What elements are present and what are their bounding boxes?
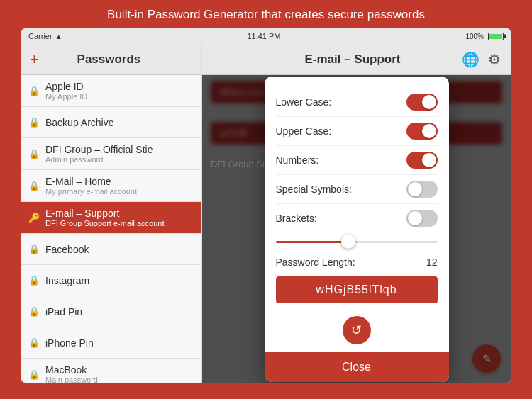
gear-icon[interactable]: ⚙: [488, 51, 501, 68]
lock-icon: 🔒: [28, 179, 40, 192]
toggle-knob-upper-case: [422, 124, 436, 138]
refresh-button[interactable]: ↺: [343, 316, 371, 344]
toggle-label-numbers: Numbers:: [276, 154, 319, 166]
item-subtitle: Admin password: [45, 155, 194, 164]
toggle-label-upper-case: Upper Case:: [276, 125, 332, 137]
toggle-knob-lower-case: [422, 95, 436, 109]
device-frame: Carrier ▲ 11:41 PM 100% + Passwords 🔒App…: [21, 28, 511, 383]
battery-percent: 100%: [465, 33, 484, 40]
toggle-row-numbers: Numbers:: [276, 146, 438, 175]
detail-body: dfidev.com sdYdfl DFI Group Support e-ma…: [202, 75, 511, 383]
carrier-label: Carrier: [28, 32, 52, 40]
banner-text: Built-in Password Generator that creates…: [107, 8, 425, 21]
modal-overlay: Lower Case:Upper Case:Numbers:Special Sy…: [202, 75, 511, 383]
toggle-row-upper-case: Upper Case:: [276, 117, 438, 146]
toggle-numbers[interactable]: [406, 152, 438, 169]
password-length-label: Password Length:: [276, 257, 355, 268]
lock-icon: 🔒: [28, 274, 40, 287]
slider-container: [276, 232, 438, 249]
lock-icon: 🔒: [28, 147, 40, 160]
item-title: iPad Pin: [45, 306, 194, 317]
globe-icon[interactable]: 🌐: [462, 51, 480, 68]
toggle-lower-case[interactable]: [406, 94, 438, 111]
status-left: Carrier ▲: [28, 32, 62, 40]
toggle-row-lower-case: Lower Case:: [276, 88, 438, 117]
sidebar-item-dfi-group[interactable]: 🔒DFI Group – Official StieAdmin password: [21, 138, 201, 170]
toggle-brackets[interactable]: [406, 210, 438, 227]
password-generator-modal: Lower Case:Upper Case:Numbers:Special Sy…: [265, 77, 449, 382]
toggle-label-brackets: Brackets:: [276, 213, 317, 224]
lock-icon: 🔒: [28, 116, 40, 129]
sidebar-item-backup-archive[interactable]: 🔒Backup Archive: [21, 107, 201, 138]
slider-track[interactable]: [276, 241, 438, 243]
lock-icon: 🔒: [28, 368, 40, 381]
sidebar-header: + Passwords: [21, 44, 201, 75]
wifi-icon: ▲: [55, 33, 62, 40]
item-title: Backup Archive: [45, 117, 194, 128]
status-bar: Carrier ▲ 11:41 PM 100%: [21, 28, 511, 44]
toggle-row-brackets: Brackets:: [276, 204, 438, 232]
toggle-knob-brackets: [408, 211, 422, 225]
add-button[interactable]: +: [30, 50, 39, 69]
toggle-label-lower-case: Lower Case:: [276, 96, 332, 108]
password-length-row: Password Length: 12: [276, 249, 438, 271]
toggle-knob-numbers: [422, 153, 436, 167]
modal-body: Lower Case:Upper Case:Numbers:Special Sy…: [265, 77, 449, 309]
lock-icon: 🔒: [28, 84, 40, 97]
lock-icon: 🔒: [28, 337, 40, 349]
detail-title: E-mail – Support: [304, 52, 400, 67]
main-content: + Passwords 🔒Apple IDMy Apple ID🔒Backup …: [21, 44, 511, 383]
toggle-upper-case[interactable]: [406, 123, 438, 140]
detail-header: E-mail – Support 🌐 ⚙: [202, 44, 511, 75]
status-right: 100%: [465, 33, 504, 40]
item-subtitle: My Apple ID: [45, 92, 194, 101]
sidebar-title: Passwords: [77, 52, 141, 67]
status-time: 11:41 PM: [247, 32, 280, 40]
sidebar-item-email-home[interactable]: 🔒E-Mail – HomeMy primary e-mail account: [21, 170, 201, 202]
sidebar: + Passwords 🔒Apple IDMy Apple ID🔒Backup …: [21, 44, 202, 383]
lock-icon: 🔒: [28, 243, 40, 256]
item-subtitle: DFI Group Support e-mail account: [45, 219, 194, 227]
modal-toggles: Lower Case:Upper Case:Numbers:Special Sy…: [276, 88, 438, 232]
battery-fill: [489, 34, 502, 39]
item-title: Instagram: [45, 275, 194, 286]
sidebar-list: 🔒Apple IDMy Apple ID🔒Backup Archive🔒DFI …: [21, 75, 201, 383]
sidebar-item-facebook[interactable]: 🔒Facebook: [21, 234, 201, 265]
item-title: E-mail – Support: [45, 208, 194, 219]
sidebar-item-iphone-pin[interactable]: 🔒iPhone Pin: [21, 327, 201, 359]
item-title: Apple ID: [45, 81, 194, 92]
generated-password-display: wHGjB55lTlqb: [276, 276, 438, 303]
sidebar-item-email-support[interactable]: 🔑E-mail – SupportDFI Group Support e-mai…: [21, 202, 201, 234]
sidebar-item-macbook[interactable]: 🔒MacBookMain password: [21, 359, 201, 383]
item-title: MacBook: [45, 364, 194, 376]
lock-icon: 🔒: [28, 305, 40, 318]
item-title: iPhone Pin: [45, 337, 194, 349]
item-subtitle: Main password: [45, 376, 194, 383]
sidebar-item-instagram[interactable]: 🔒Instagram: [21, 265, 201, 296]
detail-panel: E-mail – Support 🌐 ⚙ dfidev.com sdYdfl D…: [202, 44, 511, 383]
refresh-button-container: ↺: [265, 309, 449, 352]
battery-icon: [488, 33, 504, 40]
key-icon: 🔑: [28, 211, 40, 224]
toggle-label-special-symbols: Special Symbols:: [276, 184, 352, 195]
item-title: DFI Group – Official Stie: [45, 144, 194, 155]
item-title: Facebook: [45, 244, 194, 255]
password-length-value: 12: [426, 257, 438, 268]
sidebar-item-apple-id[interactable]: 🔒Apple IDMy Apple ID: [21, 75, 201, 107]
toggle-row-special-symbols: Special Symbols:: [276, 175, 438, 204]
slider-fill: [276, 241, 349, 243]
close-button[interactable]: Close: [265, 352, 449, 382]
toggle-special-symbols[interactable]: [406, 181, 438, 198]
item-subtitle: My primary e-mail account: [45, 187, 194, 196]
slider-thumb[interactable]: [341, 235, 355, 249]
detail-icons: 🌐 ⚙: [462, 51, 501, 68]
top-banner: Built-in Password Generator that creates…: [0, 0, 532, 28]
item-title: E-Mail – Home: [45, 176, 194, 187]
toggle-knob-special-symbols: [408, 182, 422, 196]
sidebar-item-ipad-pin[interactable]: 🔒iPad Pin: [21, 296, 201, 327]
